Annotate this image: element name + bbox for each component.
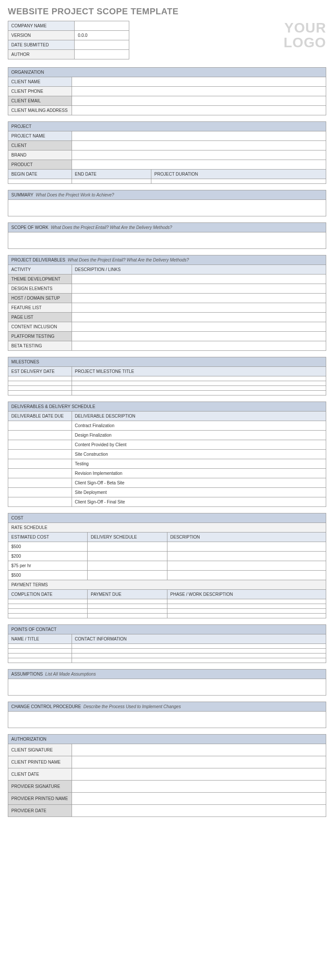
client-sig-value[interactable] (72, 744, 326, 756)
milestone-date[interactable] (8, 376, 72, 381)
project-client-value[interactable] (72, 141, 326, 150)
milestone-title[interactable] (72, 381, 326, 386)
page-title: WEBSITE PROJECT SCOPE TEMPLATE (8, 7, 326, 16)
milestone-title[interactable] (72, 376, 326, 381)
scope-value[interactable] (8, 232, 326, 249)
milestone-title-col: PROJECT MILESTONE TITLE (72, 367, 326, 376)
provider-date-label: PROVIDER DATE (8, 805, 72, 817)
completion-date[interactable] (8, 599, 88, 604)
project-product-value[interactable] (72, 160, 326, 170)
phase-desc[interactable] (167, 614, 326, 618)
change-value[interactable] (8, 712, 326, 728)
schedule-date[interactable] (8, 431, 72, 440)
payment-terms-header: PAYMENT TERMS (8, 580, 326, 590)
schedule-header: DELIVERABLES & DELIVERY SCHEDULE (8, 402, 326, 412)
rate-desc[interactable] (167, 571, 326, 580)
project-brand-value[interactable] (72, 150, 326, 160)
client-mailing-value[interactable] (72, 106, 326, 115)
project-name-label: PROJECT NAME (8, 131, 72, 141)
provider-sig-label: PROVIDER SIGNATURE (8, 781, 72, 793)
client-phone-value[interactable] (72, 87, 326, 96)
contact-name[interactable] (8, 653, 72, 658)
project-table: PROJECT PROJECT NAME CLIENT BRAND PRODUC… (8, 121, 326, 184)
rate-desc[interactable] (167, 552, 326, 561)
payment-due[interactable] (88, 614, 167, 618)
rate-desc[interactable] (167, 542, 326, 552)
meta-company-value[interactable] (75, 21, 129, 31)
project-name-value[interactable] (72, 131, 326, 141)
client-email-value[interactable] (72, 96, 326, 106)
contact-info-col: CONTACT INFORMATION (72, 634, 326, 644)
duration-value[interactable] (151, 179, 326, 184)
provider-printed-label: PROVIDER PRINTED NAME (8, 793, 72, 805)
completion-date[interactable] (8, 614, 88, 618)
schedule-date[interactable] (8, 421, 72, 431)
begin-date-value[interactable] (8, 179, 72, 184)
milestone-date[interactable] (8, 381, 72, 386)
project-product-label: PRODUCT (8, 160, 72, 170)
end-date-value[interactable] (72, 179, 151, 184)
contact-info[interactable] (72, 653, 326, 658)
provider-date-value[interactable] (72, 805, 326, 817)
phase-desc[interactable] (167, 599, 326, 604)
schedule-date[interactable] (8, 450, 72, 459)
meta-date-value[interactable] (75, 40, 129, 50)
milestone-title[interactable] (72, 386, 326, 391)
client-printed-value[interactable] (72, 756, 326, 768)
milestone-date[interactable] (8, 391, 72, 395)
rate-delivery[interactable] (88, 571, 167, 580)
meta-company-label: COMPANY NAME (8, 21, 75, 31)
schedule-date[interactable] (8, 497, 72, 507)
meta-version-value[interactable]: 0.0.0 (75, 31, 129, 40)
end-date-label: END DATE (72, 170, 151, 179)
schedule-table: DELIVERABLES & DELIVERY SCHEDULE DELIVER… (8, 402, 326, 507)
completion-date[interactable] (8, 604, 88, 609)
rate-delivery[interactable] (88, 552, 167, 561)
meta-version-label: VERSION (8, 31, 75, 40)
assumptions-value[interactable] (8, 679, 326, 696)
rate-desc[interactable] (167, 561, 326, 571)
phase-desc[interactable] (167, 609, 326, 614)
summary-value[interactable] (8, 200, 326, 216)
contact-info[interactable] (72, 644, 326, 649)
deliv-value[interactable] (72, 332, 326, 341)
milestone-title[interactable] (72, 391, 326, 395)
deliv-value[interactable] (72, 284, 326, 294)
rate-delivery[interactable] (88, 561, 167, 571)
client-name-value[interactable] (72, 77, 326, 87)
payment-due[interactable] (88, 609, 167, 614)
project-brand-label: BRAND (8, 150, 72, 160)
deliv-value[interactable] (72, 303, 326, 313)
schedule-date[interactable] (8, 459, 72, 469)
schedule-date[interactable] (8, 478, 72, 488)
contact-name[interactable] (8, 644, 72, 649)
contact-name[interactable] (8, 649, 72, 653)
payment-due-col: PAYMENT DUE (88, 590, 167, 599)
rate-delivery[interactable] (88, 542, 167, 552)
rate-cost: $200 (8, 552, 88, 561)
provider-sig-value[interactable] (72, 781, 326, 793)
milestone-date[interactable] (8, 386, 72, 391)
payment-due[interactable] (88, 604, 167, 609)
delivery-col: DELIVERY SCHEDULE (88, 532, 167, 542)
change-table: CHANGE CONTROL PROCEDURE Describe the Pr… (8, 702, 326, 728)
schedule-desc: Content Provided by Client (72, 440, 326, 450)
deliv-value[interactable] (72, 313, 326, 322)
contact-name[interactable] (8, 658, 72, 663)
completion-date[interactable] (8, 609, 88, 614)
meta-author-value[interactable] (75, 50, 129, 59)
phase-desc[interactable] (167, 604, 326, 609)
change-header: CHANGE CONTROL PROCEDURE Describe the Pr… (8, 702, 326, 712)
deliv-value[interactable] (72, 294, 326, 303)
contact-info[interactable] (72, 649, 326, 653)
client-date-value[interactable] (72, 768, 326, 781)
deliv-value[interactable] (72, 322, 326, 332)
schedule-date[interactable] (8, 488, 72, 497)
payment-due[interactable] (88, 599, 167, 604)
schedule-date[interactable] (8, 469, 72, 478)
deliv-value[interactable] (72, 341, 326, 351)
deliv-value[interactable] (72, 274, 326, 284)
provider-printed-value[interactable] (72, 793, 326, 805)
contact-info[interactable] (72, 658, 326, 663)
schedule-date[interactable] (8, 440, 72, 450)
